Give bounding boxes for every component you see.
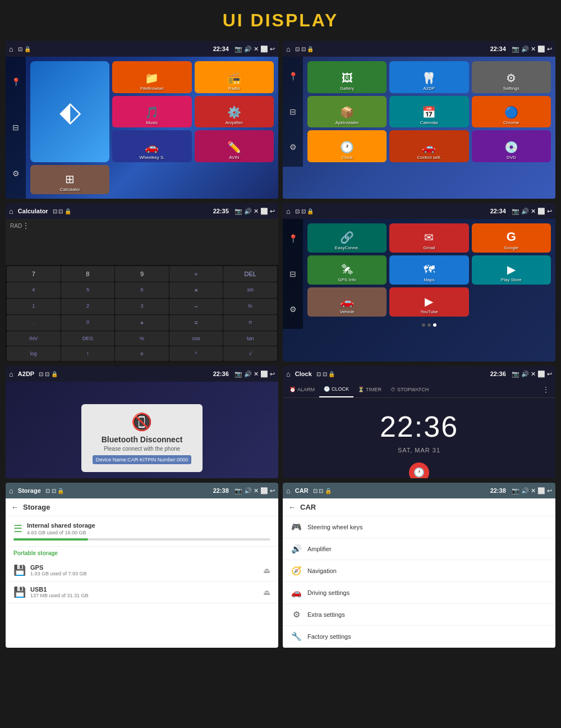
usb1-eject-icon[interactable]: ⏏ — [263, 588, 270, 597]
storage-back-icon[interactable]: ← — [11, 503, 19, 511]
btn-add[interactable]: + — [115, 315, 169, 331]
btn-sin[interactable]: sin — [223, 282, 277, 298]
sliders-icon-4[interactable]: ⊟ — [289, 269, 296, 278]
btn-caret[interactable]: ^ — [169, 346, 223, 361]
time-2: 22:34 — [490, 45, 506, 52]
calculator-tile-1[interactable]: ⊞ Calculator — [30, 165, 109, 194]
car-item-steering-label: Steering wheel keys — [307, 524, 362, 530]
btn-7[interactable]: 7 — [7, 266, 61, 282]
playstore-tile[interactable]: ▶ Play Store — [472, 255, 551, 285]
car-item-navigation[interactable]: 🧭 Navigation — [283, 560, 555, 582]
btn-e[interactable]: e — [115, 346, 169, 361]
avin-tile[interactable]: ✏️ AVIN — [195, 130, 274, 162]
car-item-factory[interactable]: 🔧 Factory settings — [283, 626, 555, 648]
controlsett-tile[interactable]: 🚗 Control sett. — [389, 130, 468, 162]
calendar-tile[interactable]: 📅 Calendar — [389, 96, 468, 128]
btn-4[interactable]: 4 — [7, 282, 61, 298]
youtube-tile[interactable]: ▶ YouTube — [389, 287, 468, 317]
btn-9[interactable]: 9 — [115, 266, 169, 282]
btn-8[interactable]: 8 — [61, 266, 115, 282]
btn-tan[interactable]: tan — [223, 331, 277, 346]
storage-bar-bg — [13, 538, 270, 541]
home-icon-8[interactable]: ⌂ — [286, 487, 291, 495]
wheelkey-tile[interactable]: 🚗 Wheelkey S. — [112, 130, 191, 162]
btn-0[interactable]: 0 — [61, 315, 115, 331]
a2dp-label: A2DP — [424, 86, 435, 91]
settings-sliders-icon[interactable]: ⊟ — [12, 123, 19, 132]
clock-fab-button[interactable]: 🕐 — [409, 463, 429, 479]
home-icon-5[interactable]: ⌂ — [9, 370, 13, 378]
chrome-tile[interactable]: 🔵 Chrome — [472, 96, 551, 128]
btn-sub[interactable]: − — [169, 299, 223, 314]
wheelkey-label: Wheelkey S. — [140, 155, 165, 160]
clock-tile[interactable]: 🕐 Clock — [307, 130, 387, 162]
tab-timer[interactable]: ⏳ TIMER — [353, 382, 386, 397]
home-icon-2[interactable]: ⌂ — [286, 45, 291, 53]
screen-6: ⌂ Clock ⊡ ⊡ 🔒 22:36 📷 🔊 ✕ ⬜ ↩ ⏰ ALARM 🕐 … — [283, 366, 555, 478]
tab-clock[interactable]: 🕐 CLOCK — [319, 382, 353, 397]
dvd-tile[interactable]: 💿 DVD — [472, 130, 551, 162]
btn-2[interactable]: 2 — [61, 299, 115, 314]
google-tile[interactable]: G Google — [472, 223, 551, 253]
tab-alarm[interactable]: ⏰ ALARM — [285, 382, 319, 397]
vehicle-tile[interactable]: 🚗 Vehicle — [307, 287, 387, 317]
home-icon-7[interactable]: ⌂ — [9, 487, 13, 495]
settings-tile[interactable]: ⚙ Settings — [472, 61, 551, 93]
tab-stopwatch[interactable]: ⏱ STOPWATCH — [386, 382, 433, 397]
statusbar-icons-3: ⊡ ⊡ 🔒 — [53, 208, 72, 214]
clock-menu-icon[interactable]: ⋮ — [539, 382, 553, 397]
gear-icon-1[interactable]: ⚙ — [12, 169, 20, 178]
settings-sliders-icon-2[interactable]: ⊟ — [289, 107, 296, 116]
btn-excl[interactable]: ! — [61, 346, 115, 361]
gallery-tile[interactable]: 🖼 Gallery — [307, 61, 387, 93]
car-item-amplifier[interactable]: 🔊 Amplifier — [283, 538, 555, 560]
location-icon-4[interactable]: 📍 — [288, 234, 298, 243]
right-icons-8: 📷 🔊 ✕ ⬜ ↩ — [512, 487, 552, 495]
btn-sqrt[interactable]: √ — [223, 346, 277, 361]
gear-icon-4[interactable]: ⚙ — [289, 305, 297, 314]
car-item-driving[interactable]: 🚗 Driving settings — [283, 582, 555, 604]
btn-6[interactable]: 6 — [115, 282, 169, 298]
btn-ln[interactable]: ln — [223, 299, 277, 314]
gps-eject-icon[interactable]: ⏏ — [263, 566, 270, 575]
location-icon[interactable]: 📍 — [11, 77, 21, 86]
home-icon-4[interactable]: ⌂ — [286, 207, 291, 216]
btn-eq[interactable]: = — [169, 315, 223, 331]
navigation-icon: 🧭 — [291, 566, 302, 576]
btn-div[interactable]: ÷ — [169, 266, 223, 282]
car-back-icon[interactable]: ← — [288, 503, 296, 511]
gpsinfo-tile[interactable]: 🛰 GPS Info — [307, 255, 387, 285]
filebrowser-tile[interactable]: 📁 FileBrowser — [112, 61, 191, 93]
car-item-steering[interactable]: 🎮 Steering wheel keys — [283, 516, 555, 538]
btn-log[interactable]: log — [7, 346, 61, 361]
calc-menu-icon[interactable]: ⋮ — [22, 221, 30, 230]
gear-icon-2[interactable]: ⚙ — [289, 143, 297, 152]
btn-5[interactable]: 5 — [61, 282, 115, 298]
apkinstaller-tile[interactable]: 📦 ApkInstaller — [307, 96, 387, 128]
btn-pi[interactable]: π — [223, 315, 277, 331]
radio-tile[interactable]: 📻 Radio — [195, 61, 274, 93]
btn-cos[interactable]: cos — [169, 331, 223, 346]
btn-3[interactable]: 3 — [115, 299, 169, 314]
maps-tile[interactable]: 🗺 Maps — [389, 255, 468, 285]
amplifier-tile[interactable]: ⚙️ Amplifier — [195, 96, 274, 128]
car-item-extra[interactable]: ⚙ Extra settings — [283, 604, 555, 626]
btn-pct[interactable]: % — [115, 331, 169, 346]
bluetooth-tile[interactable]: ⬖ — [30, 61, 109, 162]
easyconne-tile[interactable]: 🔗 EasyConne. — [307, 223, 387, 253]
btn-dot[interactable]: . — [7, 315, 61, 331]
home-icon-3[interactable]: ⌂ — [9, 207, 13, 216]
home-icon-6[interactable]: ⌂ — [286, 370, 291, 378]
btn-del[interactable]: DEL — [223, 266, 277, 282]
amplifier-label: Amplifier — [226, 120, 243, 125]
btn-deg[interactable]: DEG — [61, 331, 115, 346]
gmail-tile[interactable]: ✉ Gmail — [389, 223, 468, 253]
music-label: Music — [146, 120, 158, 125]
btn-1[interactable]: 1 — [7, 299, 61, 314]
home-icon-1[interactable]: ⌂ — [9, 45, 13, 53]
music-tile[interactable]: 🎵 Music — [112, 96, 191, 128]
a2dp-tile[interactable]: 🦷 A2DP — [389, 61, 468, 93]
btn-inv[interactable]: INV — [7, 331, 61, 346]
location-icon-2[interactable]: 📍 — [288, 72, 298, 81]
btn-mul[interactable]: × — [169, 282, 223, 298]
